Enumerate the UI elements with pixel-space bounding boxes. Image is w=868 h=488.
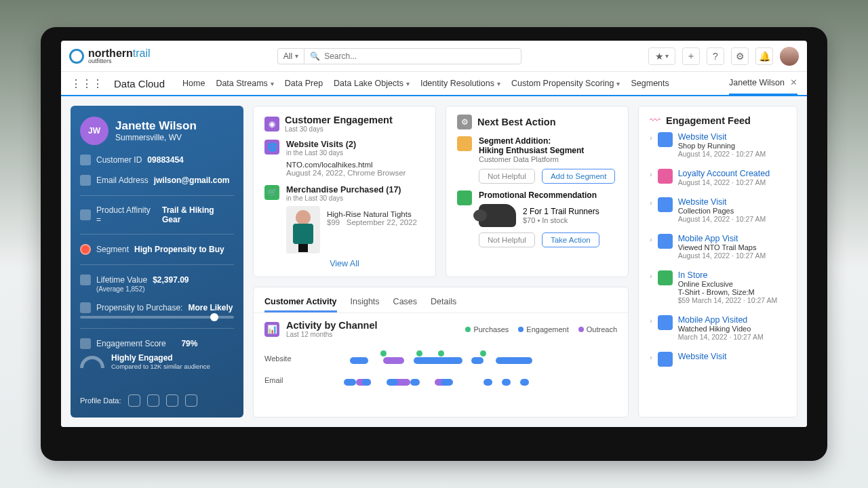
feed-item-icon bbox=[658, 169, 673, 184]
engagement-header-icon: ◉ bbox=[264, 117, 279, 131]
brand-logo: northerntrail outfitters bbox=[69, 47, 151, 64]
customer-engagement-panel: ◉ Customer EngagementLast 30 days 🌐 Webs… bbox=[253, 106, 436, 277]
not-helpful-button[interactable]: Not Helpful bbox=[479, 169, 535, 184]
nav-home[interactable]: Home bbox=[182, 79, 205, 88]
chevron-right-icon: › bbox=[650, 199, 652, 223]
next-best-action-panel: ⚙ Next Best Action Segment Addition: Hik… bbox=[446, 106, 629, 277]
id-icon bbox=[80, 155, 91, 165]
tab-insights[interactable]: Insights bbox=[351, 293, 380, 312]
add-to-segment-button[interactable]: Add to Segment bbox=[542, 169, 615, 184]
nav-record-tab[interactable]: Janette Wilson✕ bbox=[729, 71, 797, 96]
app-screen: northerntrail outfitters All▾ 🔍 ★▾ ＋ ? ⚙… bbox=[61, 41, 807, 427]
profile-card: JW Janette Wilson Summersville, WV Custo… bbox=[71, 106, 243, 418]
ltv-avg: (Average 1,852) bbox=[96, 285, 234, 293]
take-action-button[interactable]: Take Action bbox=[542, 232, 599, 247]
view-all-link[interactable]: View All bbox=[264, 259, 425, 268]
feed-list: › Website Visit Shop by Running August 1… bbox=[650, 127, 786, 372]
cart-icon[interactable] bbox=[128, 394, 140, 407]
feed-item-icon bbox=[658, 315, 673, 330]
cart-icon: 🛒 bbox=[264, 185, 279, 200]
nav-propensity[interactable]: Custom Propensity Scoring▾ bbox=[511, 79, 620, 88]
close-icon[interactable]: ✕ bbox=[790, 77, 797, 87]
feed-item[interactable]: › Mobile App Visited Watched Hiking Vide… bbox=[650, 310, 786, 346]
chevron-down-icon: ▾ bbox=[616, 80, 620, 87]
tab-cases[interactable]: Cases bbox=[393, 293, 417, 312]
feed-item-icon bbox=[658, 197, 673, 212]
activity-chart: WebsiteEmail bbox=[254, 345, 628, 398]
feed-item[interactable]: › Mobile App Visit Viewed NTO Trail Maps… bbox=[650, 228, 786, 265]
favorites-button[interactable]: ★▾ bbox=[648, 47, 675, 65]
gear-icon[interactable]: ⚙ bbox=[731, 47, 749, 65]
chevron-right-icon: › bbox=[650, 317, 652, 341]
feed-item[interactable]: › In Store Online Exclusive T-Shirt - Br… bbox=[650, 265, 786, 310]
feed-item[interactable]: › Website Visit bbox=[650, 346, 786, 372]
propensity-slider bbox=[80, 316, 234, 319]
activity-icon: 📊 bbox=[264, 322, 279, 337]
center-column: ◉ Customer EngagementLast 30 days 🌐 Webs… bbox=[253, 106, 629, 418]
topbar-actions: ★▾ ＋ ? ⚙ 🔔 bbox=[648, 47, 799, 66]
search-scope[interactable]: All▾ bbox=[277, 48, 304, 64]
shield-icon[interactable] bbox=[185, 394, 197, 407]
ltv-icon bbox=[80, 274, 91, 285]
app-launcher-icon[interactable]: ⋮⋮⋮ bbox=[71, 77, 103, 90]
nav-segments[interactable]: Segments bbox=[631, 79, 669, 88]
segment-add-icon bbox=[457, 136, 472, 151]
add-button[interactable]: ＋ bbox=[682, 47, 700, 65]
nav-identity[interactable]: Identity Resolutions▾ bbox=[420, 79, 500, 88]
chevron-down-icon: ▾ bbox=[271, 80, 274, 87]
not-helpful-button[interactable]: Not Helpful bbox=[479, 232, 535, 247]
propensity-icon bbox=[80, 302, 91, 313]
feed-item-icon bbox=[658, 234, 673, 249]
chevron-right-icon: › bbox=[650, 134, 652, 158]
gauge-icon bbox=[80, 356, 104, 368]
nav-data-lake[interactable]: Data Lake Objects▾ bbox=[334, 79, 410, 88]
nav-row: ⋮⋮⋮ Data Cloud Home Data Streams▾ Data P… bbox=[61, 72, 807, 96]
product-thumb bbox=[286, 206, 320, 253]
heart-icon[interactable] bbox=[166, 394, 178, 407]
segment-icon bbox=[80, 244, 91, 255]
sparkle-icon[interactable] bbox=[147, 394, 159, 407]
chevron-down-icon: ▾ bbox=[295, 52, 298, 60]
tab-customer-activity[interactable]: Customer Activity bbox=[264, 293, 337, 312]
nba-header-icon: ⚙ bbox=[457, 115, 472, 129]
profile-location: Summersville, WV bbox=[115, 133, 197, 142]
feed-item[interactable]: › Website Visit Collection Pages August … bbox=[650, 192, 786, 228]
engagement-feed-panel: 〰 Engagement Feed › Website Visit Shop b… bbox=[638, 106, 797, 418]
search-box[interactable]: 🔍 bbox=[304, 48, 521, 64]
feed-item[interactable]: › Website Visit Shop by Running August 1… bbox=[650, 127, 786, 163]
right-column: 〰 Engagement Feed › Website Visit Shop b… bbox=[638, 106, 797, 418]
feed-item-icon bbox=[658, 270, 673, 285]
nav-data-prep[interactable]: Data Prep bbox=[285, 79, 323, 88]
feed-item-icon bbox=[658, 352, 673, 367]
help-icon[interactable]: ? bbox=[707, 47, 724, 65]
search-input[interactable] bbox=[324, 52, 515, 61]
topbar: northerntrail outfitters All▾ 🔍 ★▾ ＋ ? ⚙… bbox=[61, 41, 807, 72]
profile-name: Janette Wilson bbox=[115, 119, 197, 133]
tab-details[interactable]: Details bbox=[431, 293, 456, 312]
nav-data-streams[interactable]: Data Streams▾ bbox=[216, 79, 273, 88]
activity-panel: Customer Activity Insights Cases Details… bbox=[253, 287, 629, 418]
feed-item[interactable]: › Loyalty Account Created August 14, 202… bbox=[650, 163, 786, 192]
chevron-right-icon: › bbox=[650, 272, 652, 304]
brand-trail: trail bbox=[133, 47, 151, 59]
pulse-icon: 〰 bbox=[650, 115, 660, 127]
chevron-right-icon: › bbox=[650, 353, 652, 367]
chevron-down-icon: ▾ bbox=[406, 80, 410, 87]
chevron-right-icon: › bbox=[650, 235, 652, 260]
bell-icon[interactable]: 🔔 bbox=[755, 47, 773, 65]
profile-avatar: JW bbox=[80, 117, 108, 145]
chevron-right-icon: › bbox=[650, 170, 652, 186]
globe-icon: 🌐 bbox=[264, 140, 279, 155]
email-icon bbox=[80, 175, 91, 186]
promo-icon bbox=[457, 190, 472, 205]
shoe-thumb bbox=[479, 204, 516, 227]
chevron-down-icon: ▾ bbox=[497, 80, 500, 87]
feed-item-icon bbox=[658, 132, 673, 147]
search-icon: 🔍 bbox=[310, 52, 320, 61]
user-avatar[interactable] bbox=[780, 47, 799, 66]
nto-logo-icon bbox=[69, 49, 84, 64]
global-search: All▾ 🔍 bbox=[277, 48, 521, 64]
chart-legend: Purchases Engagement Outreach bbox=[465, 325, 617, 333]
activity-tabs: Customer Activity Insights Cases Details bbox=[254, 287, 628, 313]
affinity-icon bbox=[80, 209, 91, 220]
